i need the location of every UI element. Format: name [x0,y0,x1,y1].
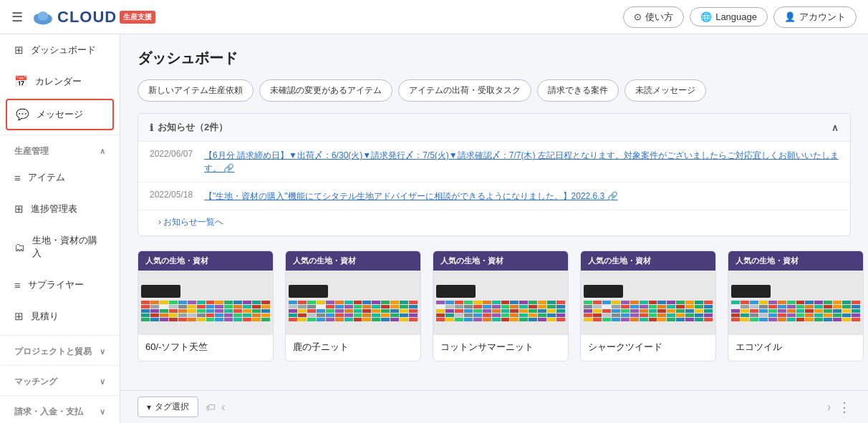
page-title: ダッシュボード [138,49,851,68]
tag-select-button[interactable]: ▾ タグ選択 [138,397,198,417]
help-button[interactable]: ⊙ 使い方 [623,6,684,28]
sidebar-item-label: 見積り [31,310,59,323]
dashboard-icon: ⊞ [14,44,24,57]
bottom-bar: ▾ タグ選択 🏷 ‹ › ⋮ [120,390,868,423]
message-icon: 💬 [16,108,29,121]
section-chevron[interactable]: ∨ [100,347,105,356]
sidebar-item-progress[interactable]: ⊞ 進捗管理表 [0,193,120,225]
sidebar-item-calendar[interactable]: 📅 カレンダー [0,66,120,97]
sidebar-divider2 [0,335,120,336]
sidebar-divider [0,135,120,135]
section-project[interactable]: プロジェクトと貿易 ∨ [0,339,120,362]
card-header-1: 人気の生地・資材 [286,251,420,271]
announce-title: お知らせ（2件） [158,121,228,134]
sidebar-divider4 [0,395,120,396]
tag-select-label: タグ選択 [155,401,189,413]
calendar-icon: 📅 [14,75,28,88]
section-project-label: プロジェクトと貿易 [14,346,92,358]
sidebar: ⊞ ダッシュボード 📅 カレンダー 💬 メッセージ 生産管理 ∧ ≡ アイテム … [0,34,120,423]
card-header-3: 人気の生地・資材 [581,251,715,271]
section-matching[interactable]: マッチング ∨ [0,369,120,392]
tag-dropdown-icon: ▾ [147,402,151,412]
card-image-4 [728,271,863,335]
sidebar-item-label: アイテム [28,171,65,184]
sidebar-divider3 [0,365,120,366]
bottom-icons: 🏷 ‹ [206,401,509,414]
tag-icon: 🏷 [206,402,216,413]
globe-icon: 🌐 [700,11,712,22]
announce-row-0: 2022/06/07 【6月分 請求締め日】▼出荷〆：6/30(火)▼請求発行〆… [138,142,850,183]
section-production-label: 生産管理 [14,145,49,157]
card-title-1: 鹿の子ニット [286,335,420,361]
language-button[interactable]: 🌐 Language [690,7,768,26]
filter-btn-1[interactable]: 未確認の変更があるアイテム [259,79,392,102]
progress-icon: ⊞ [14,203,24,215]
account-button[interactable]: 👤 アカウント [773,6,857,28]
product-card-1[interactable]: 人気の生地・資材 鹿の子 [285,251,421,361]
hamburger-icon[interactable]: ☰ [11,9,23,25]
announce-link-1[interactable]: 【"生地・資材の購入"機能にてシタテル生地アドバイザーに相談ができるようになりま… [204,190,618,203]
announce-more-link[interactable]: › お知らせ一覧へ [138,210,850,235]
card-image-1 [286,271,420,335]
filter-btn-3[interactable]: 請求できる案件 [537,79,619,102]
filter-btn-0[interactable]: 新しいアイテム生産依頼 [138,79,254,102]
svg-point-3 [38,11,48,21]
announce-date-1: 2022/05/18 [150,190,193,203]
header-left: ☰ CLOUD 生産支援 [11,8,155,26]
main-content: ダッシュボード 新しいアイテム生産依頼 未確認の変更があるアイテム アイテムの出… [120,34,868,390]
fabric-icon: 🗂 [14,241,25,253]
account-icon: 👤 [784,11,796,22]
product-card-2[interactable]: 人気の生地・資材 コット [433,251,569,361]
product-cards-row: 人気の生地・資材 60/ [138,251,851,361]
logo-text: CLOUD [57,8,117,26]
header-right: ⊙ 使い方 🌐 Language 👤 アカウント [623,6,857,28]
sidebar-item-label: 生地・資材の購入 [32,234,105,260]
announcements-panel: ℹ お知らせ（2件） ∧ 2022/06/07 【6月分 請求締め日】▼出荷〆：… [138,113,851,236]
section-chevron3[interactable]: ∨ [100,407,105,417]
card-image-3 [581,271,715,335]
announce-date-0: 2022/06/07 [150,149,193,175]
product-card-0[interactable]: 人気の生地・資材 60/ [138,251,274,361]
card-header-0: 人気の生地・資材 [138,251,273,271]
sidebar-item-items[interactable]: ≡ アイテム [0,162,120,193]
card-title-0: 60/-ソフト天竺 [138,335,273,361]
sidebar-item-label: カレンダー [35,75,82,88]
more-options-icon[interactable]: ⋮ [838,399,851,415]
main-layout: ⊞ ダッシュボード 📅 カレンダー 💬 メッセージ 生産管理 ∧ ≡ アイテム … [0,34,868,423]
card-image-0 [138,271,273,335]
card-title-3: シャークツイード [581,335,715,361]
sidebar-item-dashboard[interactable]: ⊞ ダッシュボード [0,34,120,66]
filter-btn-2[interactable]: アイテムの出荷・受取タスク [398,79,531,102]
logo-cloud-icon [32,8,54,26]
logo-badge: 生産支援 [120,11,155,24]
sidebar-item-fabric[interactable]: 🗂 生地・資材の購入 [0,225,120,269]
announce-link-0[interactable]: 【6月分 請求締め日】▼出荷〆：6/30(火)▼請求発行〆：7/5(火)▼請求確… [204,149,839,175]
app-header: ☰ CLOUD 生産支援 ⊙ 使い方 🌐 Language 👤 アカウント [0,0,868,34]
section-production: 生産管理 ∧ [0,138,120,162]
card-header-4: 人気の生地・資材 [728,251,863,271]
card-image-2 [433,271,568,335]
scroll-right-icon[interactable]: › [827,401,831,414]
product-card-3[interactable]: 人気の生地・資材 シャー [580,251,716,361]
card-title-4: エコツイル [728,335,863,361]
sidebar-item-estimate[interactable]: ⊞ 見積り [0,301,120,332]
section-chevron2[interactable]: ∨ [100,377,105,386]
sidebar-item-messages[interactable]: 💬 メッセージ [6,99,114,130]
card-header-2: 人気の生地・資材 [433,251,568,271]
filter-bar: 新しいアイテム生産依頼 未確認の変更があるアイテム アイテムの出荷・受取タスク … [138,79,851,102]
filter-btn-4[interactable]: 未読メッセージ [625,79,706,102]
supplier-icon: ≡ [14,279,21,291]
info-icon: ℹ [150,122,153,133]
sidebar-item-label: ダッシュボード [31,44,96,57]
sidebar-item-label: メッセージ [37,108,83,121]
section-chevron-up[interactable]: ∧ [100,147,105,156]
announce-header-left: ℹ お知らせ（2件） [150,121,228,134]
section-matching-label: マッチング [14,376,57,388]
sidebar-item-supplier[interactable]: ≡ サプライヤー [0,269,120,301]
scroll-left-icon[interactable]: ‹ [221,401,225,414]
estimate-icon: ⊞ [14,310,24,323]
announce-collapse-icon[interactable]: ∧ [831,122,839,133]
product-card-4[interactable]: 人気の生地・資材 エコツ [728,251,864,361]
logo-area: CLOUD 生産支援 [32,8,155,26]
section-billing[interactable]: 請求・入金・支払 ∨ [0,399,120,422]
